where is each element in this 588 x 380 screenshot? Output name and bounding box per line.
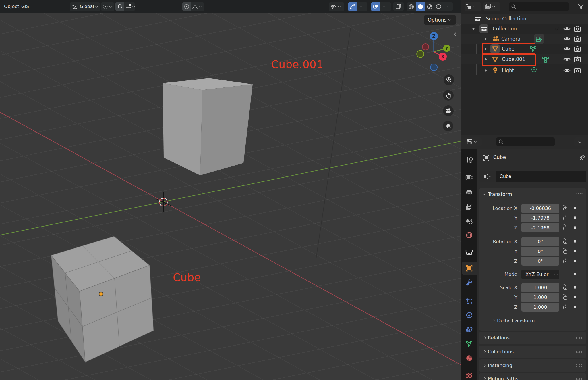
- tab-material[interactable]: [463, 352, 475, 364]
- rotation-y-field[interactable]: 0°: [521, 247, 559, 256]
- tab-modifiers[interactable]: [463, 277, 475, 288]
- shading-rendered-button[interactable]: [434, 2, 443, 11]
- sidebar-collapse-arrow[interactable]: [454, 30, 459, 38]
- lock-open-icon[interactable]: [563, 284, 568, 291]
- properties-search-input[interactable]: [505, 139, 552, 144]
- animate-dot[interactable]: [574, 216, 576, 219]
- gizmo-neg-x[interactable]: [422, 44, 429, 50]
- row-cube[interactable]: Cube: [461, 44, 588, 54]
- zoom-button[interactable]: [444, 74, 454, 85]
- row-scene-collection[interactable]: Scene Collection: [461, 14, 588, 24]
- show-overlays-toggle[interactable]: [371, 2, 380, 11]
- mesh-data-icon[interactable]: [529, 46, 537, 53]
- panel-drag-handle[interactable]: [575, 377, 582, 380]
- render-camera-icon[interactable]: [574, 26, 581, 32]
- transform-panel-header[interactable]: Transform: [479, 188, 586, 197]
- ortho-toggle-button[interactable]: [443, 121, 453, 131]
- lock-open-icon[interactable]: [563, 294, 568, 300]
- animate-dot[interactable]: [574, 296, 576, 298]
- snap-target-dropdown[interactable]: [124, 2, 135, 11]
- snap-group[interactable]: [115, 2, 135, 11]
- animate-dot[interactable]: [574, 226, 576, 229]
- cube001-object[interactable]: [163, 78, 253, 175]
- tab-render[interactable]: [463, 172, 475, 183]
- tab-texture[interactable]: [463, 370, 475, 380]
- show-gizmo-toggle[interactable]: [348, 2, 357, 11]
- scale-x-field[interactable]: 1.000: [521, 283, 559, 292]
- tab-particles[interactable]: [463, 295, 475, 307]
- render-camera-icon[interactable]: [574, 67, 581, 74]
- location-y-field[interactable]: -1.7978: [521, 214, 559, 222]
- lock-open-icon[interactable]: [563, 205, 568, 211]
- pan-button[interactable]: [443, 90, 454, 101]
- row-light[interactable]: Light: [461, 66, 588, 76]
- rotation-x-field[interactable]: 0°: [521, 237, 559, 246]
- lock-open-icon[interactable]: [563, 258, 568, 264]
- proportional-edit-group[interactable]: [182, 2, 204, 11]
- animate-dot[interactable]: [574, 286, 576, 289]
- orientation-dropdown[interactable]: Global: [70, 2, 100, 11]
- snap-toggle[interactable]: [115, 2, 124, 11]
- tab-collection[interactable]: [463, 246, 475, 258]
- animate-dot[interactable]: [574, 260, 576, 262]
- menu-gis[interactable]: GIS: [21, 0, 29, 13]
- animate-dot[interactable]: [574, 250, 576, 252]
- motion-paths-panel[interactable]: Motion Paths: [479, 373, 586, 380]
- location-x-field[interactable]: -0.06836: [521, 204, 559, 213]
- tab-constraints[interactable]: [463, 324, 475, 335]
- pin-icon[interactable]: [579, 154, 586, 161]
- gizmos-group[interactable]: [348, 2, 368, 11]
- row-cube001[interactable]: Cube.001: [461, 54, 588, 64]
- panel-drag-handle[interactable]: [576, 193, 583, 196]
- disclosure-triangle[interactable]: [485, 47, 487, 50]
- camera-view-button[interactable]: [443, 105, 454, 116]
- outliner-editor-type-button[interactable]: [465, 2, 481, 11]
- outliner-search[interactable]: [509, 2, 569, 11]
- overlays-group[interactable]: [371, 2, 391, 11]
- render-camera-icon[interactable]: [574, 46, 581, 52]
- animate-dot[interactable]: [574, 240, 576, 243]
- collections-panel[interactable]: Collections: [479, 346, 586, 358]
- disclosure-triangle[interactable]: [485, 69, 487, 72]
- delta-transform-subpanel[interactable]: Delta Transform: [493, 318, 535, 323]
- panel-drag-handle[interactable]: [575, 364, 582, 367]
- camera-data-icon[interactable]: [535, 36, 543, 42]
- rotation-mode-dropdown[interactable]: XYZ Euler: [521, 270, 559, 279]
- cube-object[interactable]: [51, 236, 154, 362]
- disclosure-triangle[interactable]: [485, 58, 487, 61]
- eye-icon[interactable]: [563, 46, 571, 52]
- eye-icon[interactable]: [563, 68, 571, 73]
- tab-object[interactable]: [463, 262, 475, 274]
- lock-open-icon[interactable]: [563, 248, 568, 254]
- instancing-panel[interactable]: Instancing: [479, 359, 586, 372]
- lock-open-icon[interactable]: [563, 238, 568, 245]
- tab-world[interactable]: [463, 229, 475, 241]
- scale-y-field[interactable]: 1.000: [521, 293, 559, 302]
- rotation-z-field[interactable]: 0°: [521, 257, 559, 266]
- properties-options-button[interactable]: [574, 137, 585, 146]
- gizmo-neg-y[interactable]: [417, 51, 424, 58]
- object-name-input[interactable]: [496, 171, 586, 182]
- lock-open-icon[interactable]: [563, 215, 568, 221]
- xray-toggle[interactable]: [393, 2, 404, 11]
- tab-object-data[interactable]: [463, 339, 475, 350]
- eye-icon[interactable]: [563, 36, 571, 42]
- row-collection[interactable]: Collection: [461, 24, 588, 34]
- navigation-gizmo[interactable]: Z Y X: [411, 28, 459, 76]
- animate-dot[interactable]: [574, 306, 576, 308]
- tab-scene[interactable]: [463, 216, 475, 227]
- menu-object[interactable]: Object: [4, 0, 19, 13]
- scale-z-field[interactable]: 1.000: [521, 303, 559, 312]
- properties-search[interactable]: [496, 137, 555, 146]
- overlays-dropdown[interactable]: [380, 2, 388, 11]
- properties-editor-type-button[interactable]: [465, 137, 482, 146]
- falloff-dropdown[interactable]: [191, 2, 204, 11]
- shading-mode-group[interactable]: [407, 2, 453, 11]
- tab-output[interactable]: [463, 187, 475, 198]
- animate-dot[interactable]: [574, 273, 576, 275]
- shading-material-button[interactable]: [425, 2, 434, 11]
- panel-drag-handle[interactable]: [575, 350, 582, 353]
- shading-dropdown[interactable]: [443, 2, 451, 11]
- light-data-icon[interactable]: [531, 67, 537, 75]
- outliner-search-input[interactable]: [517, 4, 567, 9]
